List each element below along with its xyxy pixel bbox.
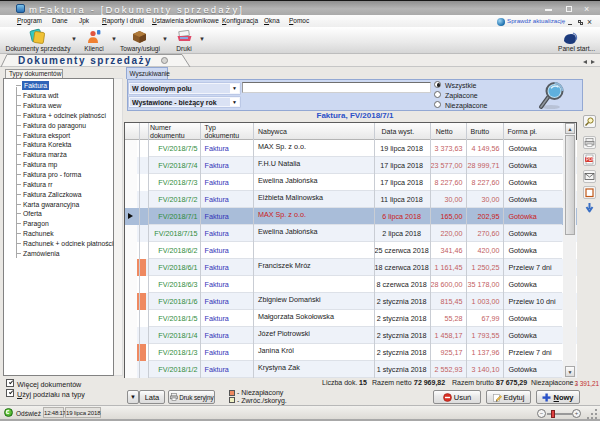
svg-text:PDF: PDF — [586, 157, 595, 162]
